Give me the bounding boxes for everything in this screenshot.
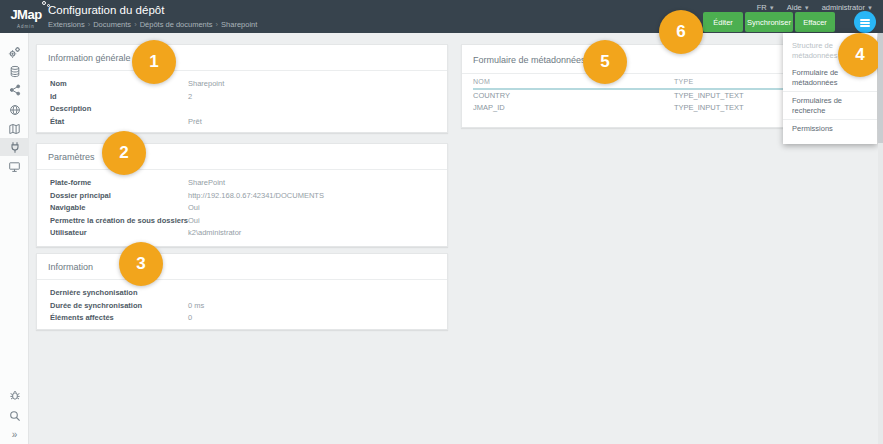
app-window: JMap Admin Configuration du dépôt Extens… — [0, 0, 883, 444]
field-row: Dossier principalhttp://192.168.0.67:423… — [37, 190, 447, 203]
desktop-icon[interactable] — [0, 158, 29, 176]
globe-icon[interactable] — [0, 101, 29, 119]
panel-information-generale: Information générale NomSharepoint Id2 D… — [36, 44, 448, 133]
left-icon-sidebar: » — [0, 33, 29, 444]
caret-down-icon: ▼ — [867, 5, 873, 11]
settings-gears-icon[interactable] — [0, 43, 29, 61]
header-action-buttons: Éditer Synchroniser Effacer — [703, 12, 835, 32]
field-row: Id2 — [37, 91, 447, 104]
field-row: NavigableOui — [37, 202, 447, 215]
caret-down-icon: ▼ — [804, 5, 810, 11]
column-header-nom: NOM — [473, 78, 674, 85]
hamburger-icon — [860, 25, 870, 27]
field-row: ÉtatPrêt — [37, 116, 447, 129]
hamburger-icon — [860, 19, 870, 21]
jmap-logo-subtext: Admin — [8, 24, 44, 29]
jmap-logo: JMap Admin — [8, 5, 44, 29]
panel-information-sync: Information Dernière synchonisation Duré… — [36, 253, 448, 330]
top-header-bar: JMap Admin Configuration du dépôt Extens… — [0, 0, 883, 33]
breadcrumb: Extensions›Documents›Dépôts de documents… — [48, 20, 257, 29]
map-icon[interactable] — [0, 120, 29, 138]
jmap-logo-text: JMap — [10, 8, 41, 21]
vertical-scrollbar[interactable] — [878, 33, 883, 444]
breadcrumb-item: Sharepoint — [221, 20, 257, 29]
delete-button[interactable]: Effacer — [795, 12, 835, 32]
menu-item-formulaires-recherche[interactable]: Formulaires de recherche — [783, 91, 877, 119]
field-row: Utilisateurk2\administrator — [37, 227, 447, 240]
panel-parametres: Paramètres Plate-formeSharePoint Dossier… — [36, 143, 448, 247]
panel-title: Paramètres — [37, 144, 447, 170]
annotation-badge-2: 2 — [102, 131, 146, 175]
breadcrumb-item[interactable]: Dépôts de documents — [140, 20, 213, 29]
field-row: NomSharepoint — [37, 78, 447, 91]
breadcrumb-item[interactable]: Extensions — [48, 20, 85, 29]
database-icon[interactable] — [0, 62, 29, 80]
menu-item-permissions[interactable]: Permissions — [783, 119, 877, 138]
field-row: Permettre la création de sous dossiersOu… — [37, 215, 447, 228]
breadcrumb-separator: › — [88, 20, 91, 29]
synchronize-button[interactable]: Synchroniser — [745, 12, 793, 32]
debug-bug-icon[interactable] — [0, 386, 29, 404]
scrollbar-thumb[interactable] — [878, 33, 883, 143]
edit-button[interactable]: Éditer — [703, 12, 743, 32]
logo-gear-dot-icon — [42, 1, 46, 5]
header-user-links: FR▼ Aide▼ administrator▼ — [757, 3, 873, 12]
breadcrumb-separator: › — [134, 20, 137, 29]
field-row: Description — [37, 103, 447, 116]
annotation-badge-1: 1 — [132, 40, 176, 84]
annotation-badge-3: 3 — [119, 242, 163, 286]
hamburger-menu-button[interactable] — [854, 11, 876, 33]
collapse-chevrons-icon[interactable]: » — [0, 426, 29, 444]
caret-down-icon: ▼ — [769, 5, 775, 11]
help-menu[interactable]: Aide▼ — [787, 3, 810, 12]
field-row: Éléments affectés0 — [37, 312, 447, 325]
plug-icon[interactable] — [0, 138, 29, 156]
breadcrumb-item[interactable]: Documents — [93, 20, 131, 29]
annotation-badge-6: 6 — [659, 10, 703, 54]
page-title: Configuration du dépôt — [48, 4, 164, 16]
field-row: Plate-formeSharePoint — [37, 177, 447, 190]
hamburger-icon — [860, 22, 870, 24]
annotation-badge-5: 5 — [583, 40, 627, 84]
field-row: Durée de synchronisation0 ms — [37, 300, 447, 313]
panel-title: Information — [37, 254, 447, 280]
language-menu[interactable]: FR▼ — [757, 3, 775, 12]
breadcrumb-separator: › — [216, 20, 219, 29]
share-network-icon[interactable] — [0, 81, 29, 99]
panel-title: Information générale — [37, 45, 447, 71]
search-icon[interactable] — [0, 407, 29, 425]
annotation-badge-4: 4 — [838, 33, 882, 77]
field-row: Dernière synchonisation — [37, 287, 447, 300]
